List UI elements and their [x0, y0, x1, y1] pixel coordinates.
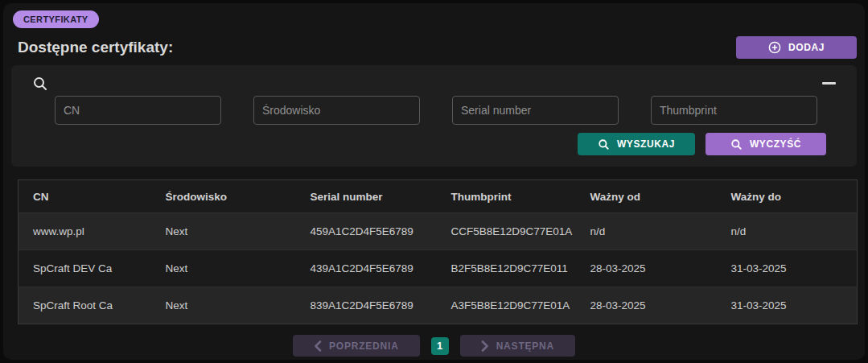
- cell-cn: www.wp.pl: [19, 213, 151, 250]
- page-header: Dostępne certyfikaty: DODAJ: [18, 36, 857, 59]
- table-row[interactable]: SpCraft Root Ca Next 839A1C2D4F5E6789 A3…: [19, 287, 858, 324]
- search-button[interactable]: WYSZUKAJ: [578, 133, 695, 155]
- filter-actions: WYSZUKAJ WYCZYŚĆ: [578, 133, 826, 155]
- cell-cn: SpCraft Root Ca: [19, 287, 151, 324]
- next-page-label: NASTĘPNA: [496, 340, 554, 352]
- cn-input[interactable]: [55, 96, 221, 125]
- column-header-thumbprint: Thumbprint: [437, 180, 576, 213]
- cell-serial: 839A1C2D4F5E6789: [296, 287, 437, 324]
- previous-page-button[interactable]: POPRZEDNIA: [293, 335, 420, 357]
- column-header-cn: CN: [19, 180, 151, 213]
- cell-serial: 439A1C2D4F5E6789: [296, 250, 437, 287]
- search-filter-panel: WYSZUKAJ WYCZYŚĆ: [11, 65, 857, 167]
- clear-button-label: WYCZYŚĆ: [750, 138, 801, 150]
- cell-valid-to: 31-03-2025: [717, 287, 858, 324]
- certyfikaty-badge: CERTYFIKATY: [13, 10, 99, 28]
- table-row[interactable]: SpCraft DEV Ca Next 439A1C2D4F5E6789 B2F…: [19, 250, 858, 287]
- cell-env: Next: [151, 287, 296, 324]
- add-button[interactable]: DODAJ: [736, 36, 857, 59]
- next-page-button[interactable]: NASTĘPNA: [460, 335, 575, 357]
- column-header-valid-to: Ważny do: [717, 180, 858, 213]
- cell-valid-from: n/d: [576, 213, 717, 250]
- table-header-row: CN Środowisko Serial number Thumbprint W…: [19, 180, 858, 213]
- current-page-badge[interactable]: 1: [431, 337, 449, 355]
- search-icon: [32, 76, 48, 92]
- chevron-left-icon: [314, 340, 322, 352]
- clear-button[interactable]: WYCZYŚĆ: [706, 133, 826, 155]
- cell-valid-from: 28-03-2025: [576, 287, 717, 324]
- cell-thumbprint: B2F5B8E12D9C77E011: [437, 250, 576, 287]
- previous-page-label: POPRZEDNIA: [329, 340, 399, 352]
- cell-env: Next: [151, 213, 296, 250]
- search-icon: [730, 138, 743, 151]
- collapse-panel-minus-icon[interactable]: [822, 82, 836, 85]
- cell-thumbprint: CCF5B8E12D9C77E01A: [437, 213, 576, 250]
- table-row[interactable]: www.wp.pl Next 459A1C2D4F5E6789 CCF5B8E1…: [19, 213, 858, 250]
- column-header-srodowisko: Środowisko: [151, 180, 296, 213]
- pagination: POPRZEDNIA 1 NASTĘPNA: [3, 335, 865, 357]
- column-header-valid-from: Ważny od: [576, 180, 717, 213]
- add-button-label: DODAJ: [788, 42, 825, 53]
- plus-circle-icon: [768, 41, 781, 54]
- serial-number-input[interactable]: [452, 96, 619, 125]
- chevron-right-icon: [481, 340, 489, 352]
- cell-valid-from: 28-03-2025: [576, 250, 717, 287]
- cell-serial: 459A1C2D4F5E6789: [296, 213, 437, 250]
- column-header-serial: Serial number: [296, 180, 437, 213]
- cell-thumbprint: A3F5B8E12D9C77E01A: [437, 287, 576, 324]
- page-title: Dostępne certyfikaty:: [18, 39, 173, 56]
- certificates-page: CERTYFIKATY Dostępne certyfikaty: DODAJ: [3, 3, 865, 360]
- search-icon: [598, 138, 610, 151]
- filter-inputs-row: [55, 96, 817, 125]
- thumbprint-input[interactable]: [651, 96, 817, 125]
- cell-env: Next: [151, 250, 296, 287]
- cell-cn: SpCraft DEV Ca: [19, 250, 151, 287]
- srodowisko-input[interactable]: [253, 96, 420, 125]
- cell-valid-to: 31-03-2025: [717, 250, 858, 287]
- search-button-label: WYSZUKAJ: [617, 138, 675, 150]
- cell-valid-to: n/d: [717, 213, 858, 250]
- certificates-table: CN Środowisko Serial number Thumbprint W…: [18, 179, 858, 324]
